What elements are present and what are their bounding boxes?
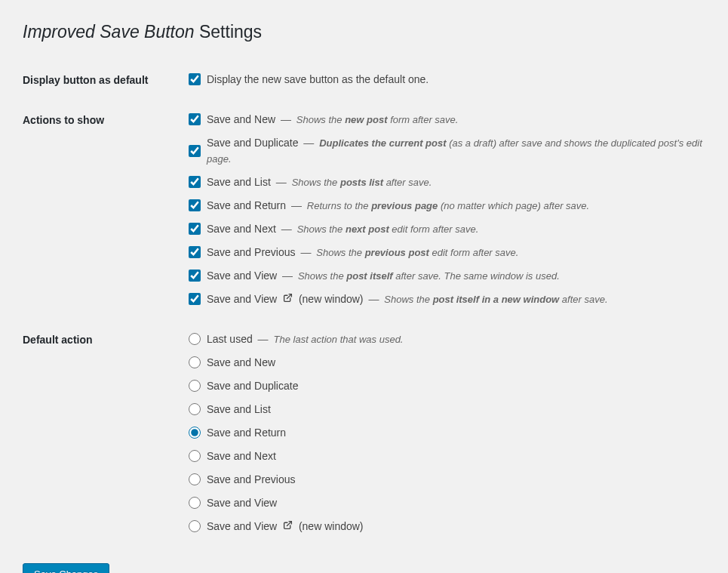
section-heading-display-default: Display button as default	[23, 63, 189, 103]
action-description: Shows the posts list after save.	[292, 177, 432, 188]
action-description: Shows the next post edit form after save…	[297, 223, 479, 235]
action-option[interactable]: Save and List — Shows the posts list aft…	[189, 174, 705, 190]
page-title-rest: Settings	[195, 22, 263, 42]
default-action-label: Last used	[207, 333, 253, 345]
default-action-radio[interactable]	[189, 473, 201, 485]
action-description: Shows the new post form after save.	[296, 114, 459, 125]
action-option[interactable]: Save and Previous — Shows the previous p…	[189, 245, 705, 260]
default-action-option[interactable]: Save and View	[189, 495, 705, 511]
svg-line-0	[287, 294, 291, 299]
default-action-label: Save and View	[207, 497, 277, 509]
display-default-checkbox[interactable]	[189, 73, 201, 85]
default-action-label: Save and Duplicate	[207, 380, 298, 392]
default-action-option[interactable]: Save and Duplicate	[189, 378, 705, 394]
default-action-option[interactable]: Save and View (new window)	[189, 519, 705, 534]
default-action-radio[interactable]	[189, 333, 201, 345]
action-checkbox[interactable]	[189, 246, 201, 258]
action-option[interactable]: Save and Return — Returns to the previou…	[189, 198, 705, 214]
action-checkbox[interactable]	[189, 270, 201, 282]
default-action-radio[interactable]	[189, 450, 201, 462]
page-title: Improved Save Button Settings	[23, 21, 713, 44]
default-action-radio[interactable]	[189, 356, 201, 368]
action-checkbox[interactable]	[189, 199, 201, 211]
page-title-italic: Improved Save Button	[23, 22, 195, 42]
action-description: Shows the previous post edit form after …	[316, 247, 518, 258]
default-action-label: Save and View	[207, 520, 277, 532]
default-action-suffix: (new window)	[299, 520, 364, 532]
action-label: Save and Previous	[207, 246, 296, 258]
section-heading-default-action: Default action	[23, 322, 189, 550]
action-label: Save and View	[207, 293, 277, 305]
default-action-option[interactable]: Save and Return	[189, 425, 705, 441]
external-link-icon	[283, 293, 293, 303]
action-description: Shows the post itself after save. The sa…	[298, 270, 560, 282]
action-label: Save and View	[207, 270, 277, 282]
action-checkbox[interactable]	[189, 113, 201, 125]
action-checkbox[interactable]	[189, 176, 201, 188]
default-action-label: Save and Next	[207, 450, 276, 462]
external-link-icon	[283, 520, 293, 530]
save-changes-button[interactable]: Save Changes	[23, 563, 109, 573]
display-default-option[interactable]: Display the new save button as the defau…	[189, 72, 705, 88]
default-action-option[interactable]: Save and Previous	[189, 472, 705, 488]
action-label: Save and Duplicate	[207, 137, 298, 149]
svg-line-1	[287, 522, 291, 526]
action-label: Save and Return	[207, 199, 286, 211]
action-suffix: (new window)	[299, 293, 364, 305]
section-heading-actions: Actions to show	[23, 103, 189, 322]
default-action-radio[interactable]	[189, 403, 201, 415]
default-action-label: Save and Return	[207, 427, 286, 439]
action-label: Save and List	[207, 176, 271, 188]
default-action-radio[interactable]	[189, 520, 201, 532]
action-option[interactable]: Save and Next — Shows the next post edit…	[189, 221, 705, 237]
default-action-option[interactable]: Save and List	[189, 402, 705, 417]
default-action-radio[interactable]	[189, 497, 201, 509]
display-default-label: Display the new save button as the defau…	[207, 72, 429, 88]
action-description: Shows the post itself in a new window af…	[384, 294, 607, 305]
default-action-radio[interactable]	[189, 427, 201, 439]
action-option[interactable]: Save and New — Shows the new post form a…	[189, 112, 705, 128]
action-checkbox[interactable]	[189, 293, 201, 305]
action-label: Save and Next	[207, 223, 276, 235]
default-action-option[interactable]: Save and Next	[189, 448, 705, 464]
default-action-option[interactable]: Last used — The last action that was use…	[189, 331, 705, 347]
default-action-label: Save and Previous	[207, 473, 296, 485]
action-description: Returns to the previous page (no matter …	[307, 200, 589, 211]
action-label: Save and New	[207, 113, 275, 125]
action-checkbox[interactable]	[189, 223, 201, 235]
default-action-description: The last action that was used.	[274, 334, 404, 345]
default-action-radio[interactable]	[189, 380, 201, 392]
default-action-label: Save and New	[207, 356, 275, 368]
action-option[interactable]: Save and View (new window) — Shows the p…	[189, 291, 705, 307]
action-option[interactable]: Save and Duplicate — Duplicates the curr…	[189, 135, 705, 167]
action-checkbox[interactable]	[189, 145, 201, 157]
default-action-option[interactable]: Save and New	[189, 355, 705, 371]
action-option[interactable]: Save and View — Shows the post itself af…	[189, 268, 705, 284]
default-action-label: Save and List	[207, 403, 271, 415]
